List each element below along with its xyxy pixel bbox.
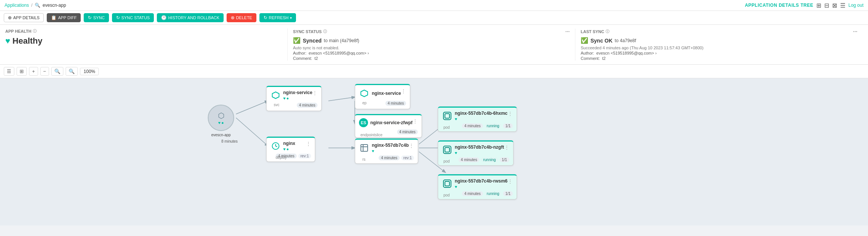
pod1-sublabel: pod bbox=[443, 125, 450, 129]
app-diff-button[interactable]: 📋 APP DIFF bbox=[47, 13, 81, 22]
rs-menu-icon[interactable]: ⋮ bbox=[409, 143, 414, 149]
synced-detail: to main (4a79e8f) bbox=[324, 38, 359, 43]
pod2-running-tag: running bbox=[481, 157, 498, 162]
nginx-deploy-node[interactable]: nginx ♥ ● ⋮ 4 minutes rev:1 bbox=[266, 137, 315, 162]
comment-value: t2 bbox=[314, 56, 318, 61]
sync-status-title: SYNC STATUS bbox=[293, 29, 322, 34]
svg-rect-13 bbox=[445, 114, 449, 118]
svg-line-2 bbox=[328, 97, 355, 101]
last-sync-author: Author: evescn <519518995@qq.com> › bbox=[581, 51, 857, 55]
app-diff-icon: 📋 bbox=[51, 15, 57, 20]
sync-icon: ↻ bbox=[88, 15, 92, 20]
deploy-menu-icon[interactable]: ⋮ bbox=[306, 141, 311, 147]
sync-status-section: SYNC STATUS ⓘ ··· ✅ Synced to main (4a79… bbox=[288, 29, 575, 61]
history-rollback-button[interactable]: 🕐 HISTORY AND ROLLBACK bbox=[157, 13, 224, 22]
top-nav: Applications / 🔍 evescn-app APPLICATION … bbox=[0, 0, 868, 11]
synced-icon: ✅ bbox=[293, 37, 301, 44]
pod3-time-tag: 4 minutes bbox=[462, 191, 483, 196]
nginx-service-zfwpf-title: nginx-service-zfwpf bbox=[370, 120, 413, 125]
refresh-icon: ↻ bbox=[264, 15, 267, 20]
sync-ok-text: Sync OK bbox=[590, 38, 612, 44]
network-icon[interactable]: ⊠ bbox=[832, 2, 837, 9]
pod1-menu-icon[interactable]: ⋮ bbox=[508, 111, 513, 117]
nginx-deploy-title: nginx bbox=[283, 141, 295, 146]
zoom-out-button[interactable]: − bbox=[40, 67, 49, 76]
synced-text: Synced bbox=[303, 38, 322, 44]
zfwpf-menu-icon[interactable]: ⋮ bbox=[413, 118, 418, 124]
nginx-rs-sublabel: rs bbox=[362, 157, 365, 161]
sync-status-button[interactable]: ↻ SYNC STATUS bbox=[112, 13, 154, 22]
refresh-button[interactable]: ↻ REFRESH ▾ bbox=[259, 13, 296, 22]
logout-button[interactable]: Log out bbox=[848, 3, 863, 8]
fit-button[interactable]: 🔍 bbox=[51, 67, 63, 76]
service-icon bbox=[270, 90, 281, 100]
author-value: evescn <519518995@qq.com> bbox=[309, 51, 367, 55]
pod3-running-tag: running bbox=[485, 191, 501, 196]
app-heart-icon: ♥ bbox=[218, 120, 221, 125]
app-node[interactable]: ⬡ ♥ ● bbox=[208, 105, 234, 131]
last-sync-comment-value: t2 bbox=[602, 56, 606, 61]
sync-button[interactable]: ↻ SYNC bbox=[84, 13, 109, 22]
hierarchy-icon[interactable]: ⊞ bbox=[816, 2, 821, 9]
last-sync-menu[interactable]: ··· bbox=[853, 29, 857, 35]
pod2-heart-icon: ♥ bbox=[455, 151, 457, 155]
zoom-input[interactable] bbox=[80, 68, 99, 75]
pod3-heart-icon: ♥ bbox=[455, 184, 457, 189]
nginx-service-ep-node[interactable]: nginx-service ⋮ 4 minutes bbox=[355, 84, 410, 109]
svc-heart-icon: ♥ bbox=[283, 96, 286, 100]
pod3-menu-icon[interactable]: ⋮ bbox=[508, 178, 513, 184]
svc-sync-icon: ● bbox=[287, 96, 289, 100]
last-sync-info-icon: ⓘ bbox=[606, 29, 609, 34]
sync-status-menu[interactable]: ··· bbox=[565, 29, 570, 35]
heart-icon: ♥ bbox=[5, 36, 10, 46]
nginx-service-svc-title: nginx-service bbox=[283, 90, 312, 95]
app-time-tag: 8 minutes bbox=[219, 139, 240, 144]
app-node-status-icons: ♥ ● bbox=[218, 120, 224, 125]
pod1-title: nginx-557db7c4b-6hxmc bbox=[455, 111, 508, 116]
svg-rect-15 bbox=[445, 148, 449, 152]
auto-sync-text: Auto sync is not enabled. bbox=[293, 46, 570, 50]
zfwpf-time-tag: 4 minutes bbox=[397, 129, 418, 134]
table-icon[interactable]: ☰ bbox=[840, 2, 845, 9]
svg-rect-17 bbox=[445, 181, 449, 186]
pod2-menu-icon[interactable]: ⋮ bbox=[504, 145, 509, 151]
app-health-info-icon: ⓘ bbox=[33, 29, 37, 34]
last-sync-author-value: evescn <519518995@qq.com> bbox=[597, 51, 654, 55]
nginx-service-ep-sublabel: ep bbox=[362, 101, 367, 105]
rs-time-tag: 4 minutes bbox=[379, 155, 399, 160]
app-node-label: evescn-app bbox=[208, 133, 234, 137]
zoom-in-button[interactable]: + bbox=[29, 67, 38, 76]
deploy-heart-icon: ♥ bbox=[283, 147, 286, 151]
action-toolbar: ⊕ APP DETAILS 📋 APP DIFF ↻ SYNC ↻ SYNC S… bbox=[0, 11, 868, 25]
svg-line-0 bbox=[236, 101, 268, 114]
grid-icon[interactable]: ⊟ bbox=[824, 2, 829, 9]
nginx-service-svc-sublabel: svc bbox=[274, 103, 279, 107]
ep-time-tag: 4 minutes bbox=[385, 101, 406, 106]
breadcrumb: Applications / 🔍 evescn-app bbox=[5, 3, 66, 8]
last-sync-header: LAST SYNC ⓘ ··· bbox=[581, 29, 857, 35]
grid-view-button[interactable]: ⊞ bbox=[17, 67, 27, 76]
svc-time-tag: 4 minutes bbox=[297, 103, 317, 108]
list-view-button[interactable]: ☰ bbox=[4, 67, 14, 76]
pod1-heart-icon: ♥ bbox=[455, 117, 457, 121]
canvas-area[interactable]: ⬡ ♥ ● evescn-app 8 minutes nginx-service bbox=[0, 78, 868, 225]
pod1-icon bbox=[442, 111, 452, 121]
reset-zoom-button[interactable]: 🔍 bbox=[66, 67, 78, 76]
app-health-header: APP HEALTH ⓘ bbox=[5, 29, 282, 34]
pod1-count-tag: 1/1 bbox=[503, 123, 513, 128]
top-nav-right: APPLICATION DETAILS TREE ⊞ ⊟ ⊠ ☰ Log out bbox=[745, 2, 863, 9]
pod2-icon bbox=[442, 145, 452, 155]
deploy-rev-tag: rev:1 bbox=[298, 154, 311, 158]
applications-link[interactable]: Applications bbox=[5, 3, 29, 8]
ep-menu-icon[interactable]: ⋮ bbox=[401, 88, 406, 94]
refresh-dropdown-icon: ▾ bbox=[290, 16, 292, 20]
connections-svg bbox=[170, 78, 698, 225]
canvas-toolbar: ☰ ⊞ + − 🔍 🔍 bbox=[0, 65, 868, 78]
svc-menu-icon[interactable]: ⋮ bbox=[312, 90, 317, 96]
app-details-button[interactable]: ⊕ APP DETAILS bbox=[4, 13, 44, 22]
nginx-service-svc-node[interactable]: nginx-service ♥ ● ⋮ 4 minutes bbox=[266, 86, 322, 111]
delete-button[interactable]: ⊗ DELETE bbox=[227, 13, 256, 22]
es-avatar: ES bbox=[359, 118, 368, 127]
pod2-title: nginx-557db7c4b-nzgft bbox=[455, 145, 504, 150]
pod3-icon bbox=[442, 178, 452, 189]
